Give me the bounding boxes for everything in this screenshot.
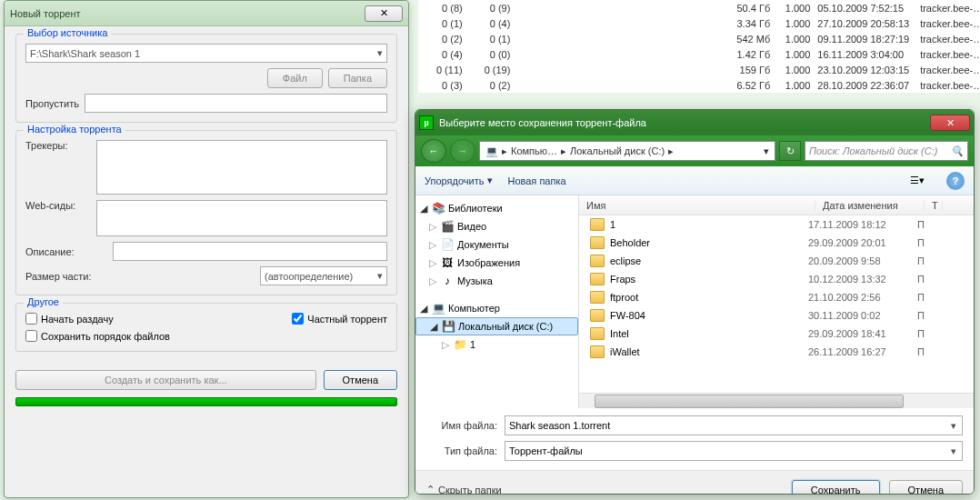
piece-size-combo[interactable]: (автоопределение) (260, 266, 387, 285)
tree-music[interactable]: ▷ ♪ Музыка (415, 272, 578, 290)
new-torrent-dialog: Новый торрент ✕ Выбор источника F:\Shark… (4, 0, 409, 498)
refresh-icon: ↻ (786, 145, 795, 157)
expand-icon[interactable]: ◢ (419, 303, 428, 315)
torrent-row[interactable]: 0 (4)0 (0)1.42 Гб1.00016.11.2009 3:04:00… (418, 46, 980, 62)
tree-folder-1[interactable]: ▷ 📁 1 (415, 335, 578, 354)
list-item[interactable]: ftproot21.10.2009 2:56П (590, 288, 974, 306)
chevron-down-icon: ▾ (919, 175, 925, 186)
description-input[interactable] (113, 242, 387, 261)
description-label: Описание: (25, 246, 107, 257)
close-icon: ✕ (946, 117, 955, 129)
source-group: Выбор источника F:\Shark\Shark season 1 … (15, 34, 397, 123)
scroll-thumb[interactable] (595, 395, 904, 408)
skip-label: Пропустить (25, 98, 79, 109)
folder-icon (590, 218, 605, 231)
tree-video[interactable]: ▷ 🎬 Видео (415, 217, 578, 235)
source-path-combo[interactable]: F:\Shark\Shark season 1 (25, 44, 387, 63)
expand-icon[interactable]: ▷ (428, 257, 437, 269)
list-item[interactable]: iWallet26.11.2009 16:27П (590, 343, 974, 361)
piece-size-label: Размер части: (25, 271, 107, 282)
close-button[interactable]: ✕ (930, 115, 970, 131)
col-type[interactable]: Т (925, 200, 943, 211)
titlebar[interactable]: Новый торрент ✕ (5, 1, 408, 26)
chevron-down-icon: ▾ (487, 175, 493, 186)
music-icon: ♪ (440, 274, 455, 288)
back-button[interactable]: ← (421, 139, 446, 163)
torrent-row[interactable]: 0 (8)0 (9)50.4 Гб1.00005.10.2009 7:52:15… (418, 0, 980, 15)
skip-input[interactable] (85, 94, 387, 113)
disk-icon: 💾 (441, 319, 455, 334)
save-button[interactable]: Сохранить (792, 480, 880, 495)
forward-button[interactable]: → (450, 139, 475, 163)
folder-tree[interactable]: ◢ 📚 Библиотеки ▷ 🎬 Видео ▷ 📄 Документы ▷… (415, 195, 579, 408)
folder-icon (590, 327, 605, 340)
tree-local-disk[interactable]: ◢ 💾 Локальный диск (C:) (415, 317, 578, 335)
private-torrent-checkbox[interactable]: Частный торрент (292, 313, 387, 325)
horizontal-scrollbar[interactable] (579, 393, 974, 408)
list-item[interactable]: FW-80430.11.2009 0:02П (590, 306, 974, 325)
help-button[interactable]: ? (946, 172, 965, 190)
list-item[interactable]: eclipse20.09.2009 9:58П (590, 252, 974, 270)
tree-images[interactable]: ▷ 🖼 Изображения (415, 254, 578, 272)
expand-icon[interactable]: ▷ (428, 239, 437, 251)
libraries-icon: 📚 (431, 201, 445, 215)
list-item[interactable]: Beholder29.09.2009 20:01П (590, 234, 974, 252)
expand-icon[interactable]: ◢ (419, 203, 428, 215)
cancel-button[interactable]: Отмена (324, 370, 397, 390)
filename-label: Имя файла: (426, 420, 497, 431)
expand-icon[interactable]: ◢ (429, 321, 438, 333)
breadcrumb[interactable]: 💻 ▸ Компью… ▸ Локальный диск (C:) ▸ ▾ (479, 141, 775, 161)
tree-libraries[interactable]: ◢ 📚 Библиотеки (415, 199, 578, 217)
keep-order-checkbox[interactable]: Сохранить порядок файлов (25, 330, 170, 342)
webseeds-label: Web-сиды: (25, 200, 91, 211)
nav-bar: ← → 💻 ▸ Компью… ▸ Локальный диск (C:) ▸ … (415, 135, 974, 166)
close-button[interactable]: ✕ (365, 5, 403, 22)
folder-icon: 📁 (453, 337, 467, 352)
list-item[interactable]: Intel29.09.2009 18:41П (590, 325, 974, 343)
cancel-button[interactable]: Отмена (889, 480, 963, 495)
search-icon: 🔍 (951, 145, 964, 157)
list-item[interactable]: Fraps10.12.2009 13:32П (590, 270, 974, 288)
webseeds-input[interactable] (96, 200, 387, 236)
view-icon: ☰ (910, 175, 919, 186)
window-title: Новый торрент (10, 8, 365, 19)
expand-icon[interactable]: ▷ (428, 275, 437, 287)
start-seed-checkbox[interactable]: Начать раздачу (25, 313, 114, 325)
folder-icon (590, 255, 605, 267)
tree-documents[interactable]: ▷ 📄 Документы (415, 235, 578, 254)
help-icon: ? (953, 175, 959, 186)
torrent-row[interactable]: 0 (1)0 (4)3.34 Гб1.00027.10.2009 20:58:1… (418, 15, 980, 31)
new-folder-button[interactable]: Новая папка (507, 175, 565, 186)
file-button[interactable]: Файл (267, 68, 323, 88)
view-button[interactable]: ☰▾ (903, 172, 932, 190)
tree-computer[interactable]: ◢ 💻 Компьютер (415, 299, 578, 317)
list-header[interactable]: Имя Дата изменения Т (579, 195, 974, 215)
settings-group: Настройка торрента Трекеры: Web-сиды: Оп… (15, 130, 397, 295)
hide-folders-button[interactable]: ⌃ Скрыть папки (426, 484, 502, 495)
col-name[interactable]: Имя (579, 200, 815, 211)
expand-icon[interactable]: ▷ (428, 221, 437, 233)
utorrent-icon: µ (419, 115, 434, 130)
trackers-label: Трекеры: (25, 140, 91, 151)
folder-button[interactable]: Папка (328, 68, 387, 88)
refresh-button[interactable]: ↻ (779, 141, 801, 161)
trackers-input[interactable] (96, 140, 387, 195)
search-input[interactable]: Поиск: Локальный диск (C:) 🔍 (805, 141, 968, 161)
list-item[interactable]: 117.11.2009 18:12П (590, 215, 974, 234)
titlebar[interactable]: µ Выберите место сохранения торрент-файл… (415, 110, 974, 135)
group-title: Настройка торрента (24, 124, 125, 135)
torrent-row[interactable]: 0 (11)0 (19)159 Гб1.00023.10.2009 12:03:… (418, 62, 980, 77)
torrent-list-background: 0 (8)0 (9)50.4 Гб1.00005.10.2009 7:52:15… (418, 0, 980, 93)
organize-button[interactable]: Упорядочить ▾ (425, 175, 493, 186)
file-list: Имя Дата изменения Т 117.11.2009 18:12ПB… (579, 195, 974, 408)
filetype-combo[interactable]: Торрент-файлы (505, 441, 963, 461)
col-date[interactable]: Дата изменения (815, 200, 925, 211)
torrent-row[interactable]: 0 (2)0 (1)542 Мб1.00009.11.2009 18:27:19… (418, 31, 980, 46)
filename-input[interactable]: Shark season 1.torrent (505, 415, 963, 435)
expand-icon[interactable]: ▷ (441, 339, 450, 351)
torrent-row[interactable]: 0 (3)0 (2)6.52 Гб1.00028.10.2009 22:36:0… (418, 77, 980, 93)
images-icon: 🖼 (440, 255, 455, 270)
dialog-footer: ⌃ Скрыть папки Сохранить Отмена (415, 470, 974, 495)
create-save-button[interactable]: Создать и сохранить как... (15, 370, 316, 390)
toolbar: Упорядочить ▾ Новая папка ☰▾ ? (415, 166, 974, 195)
